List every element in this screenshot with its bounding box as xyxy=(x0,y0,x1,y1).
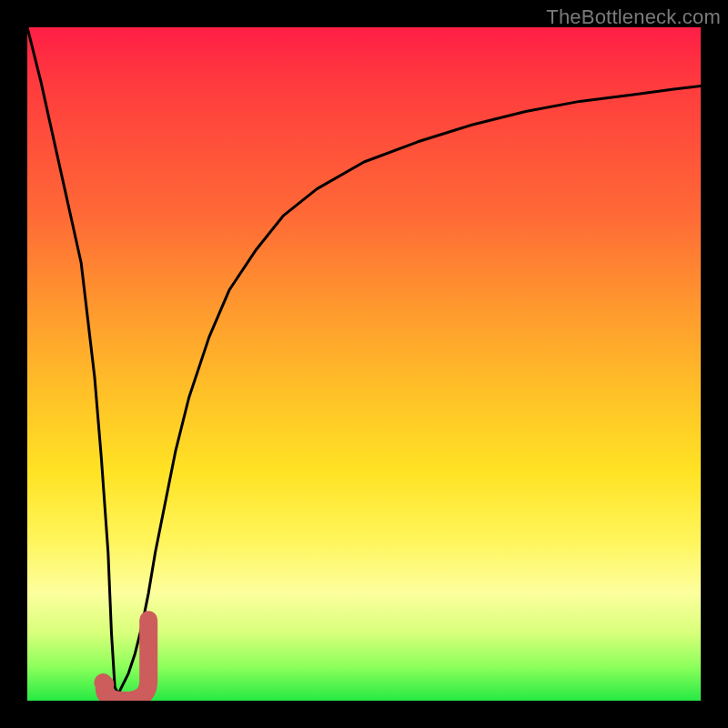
optimal-marker-icon xyxy=(105,620,148,701)
bottleneck-curve xyxy=(27,27,701,694)
curves-svg xyxy=(27,27,701,701)
watermark-text: TheBottleneck.com xyxy=(546,5,721,29)
optimal-marker-dot xyxy=(94,673,112,692)
chart-frame: TheBottleneck.com xyxy=(0,0,728,728)
plot-area xyxy=(27,27,701,701)
